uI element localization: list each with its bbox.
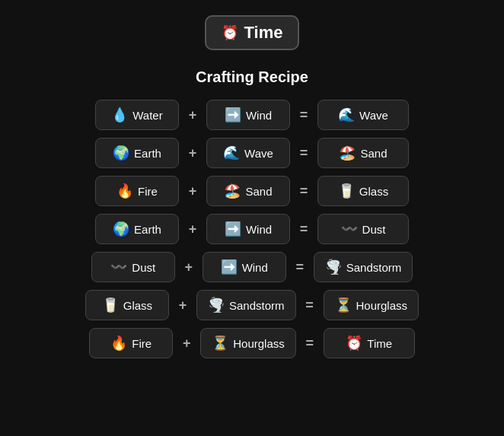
input2-label: Hourglass [233, 337, 285, 350]
input1-badge: 🔥 Fire [95, 176, 179, 206]
input2-badge: 🌪️ Sandstorm [196, 290, 296, 320]
equals-operator: = [298, 107, 310, 123]
recipe-row: 〰️ Dust + ➡️ Wind = 🌪️ Sandstorm [91, 252, 413, 282]
section-title: Crafting Recipe [196, 68, 308, 86]
input1-badge: 🥛 Glass [85, 290, 169, 320]
input2-icon: ➡️ [225, 221, 241, 237]
recipe-row: 🔥 Fire + 🏖️ Sand = 🥛 Glass [95, 176, 409, 206]
header-badge: ⏰ Time [205, 15, 300, 50]
input1-label: Water [132, 109, 162, 122]
result-icon: 🥛 [338, 183, 355, 199]
input2-icon: 🌪️ [208, 297, 225, 313]
equals-operator: = [298, 221, 310, 237]
input2-label: Wind [246, 109, 272, 122]
result-badge: ⏰ Time [324, 328, 415, 358]
input2-icon: 🌊 [223, 145, 240, 161]
input1-label: Fire [138, 185, 158, 198]
result-label: Dust [362, 223, 386, 236]
input2-icon: ➡️ [221, 259, 238, 275]
recipe-row: 🥛 Glass + 🌪️ Sandstorm = ⏳ Hourglass [85, 290, 419, 320]
input1-badge: 🌍 Earth [95, 138, 179, 168]
input2-icon: ⏳ [212, 335, 228, 352]
input1-icon: 🌍 [113, 145, 129, 161]
input2-label: Sand [245, 185, 272, 198]
result-icon: ⏳ [335, 297, 352, 313]
equals-operator: = [298, 183, 310, 199]
input2-label: Wind [242, 261, 268, 274]
input2-badge: ➡️ Wind [206, 214, 290, 244]
input1-icon: 🔥 [116, 183, 133, 199]
equals-operator: = [304, 298, 316, 313]
input1-badge: 🔥 Fire [89, 328, 173, 358]
result-badge: 🌪️ Sandstorm [314, 252, 413, 282]
input1-icon: 🔥 [110, 335, 127, 352]
recipe-row: 🌍 Earth + ➡️ Wind = 〰️ Dust [95, 214, 409, 244]
input2-badge: ➡️ Wind [203, 252, 286, 282]
equals-operator: = [304, 336, 316, 352]
input1-icon: 🌍 [113, 221, 129, 237]
input2-label: Wind [246, 223, 272, 236]
plus-operator: + [180, 336, 193, 352]
input1-label: Earth [134, 147, 161, 160]
result-badge: 〰️ Dust [317, 214, 409, 244]
header-label: Time [244, 23, 283, 43]
result-badge: 🥛 Glass [317, 176, 409, 206]
result-icon: 🏖️ [339, 145, 356, 161]
plus-operator: + [187, 183, 199, 199]
result-label: Wave [359, 109, 388, 122]
input1-label: Dust [132, 261, 155, 274]
input2-badge: ➡️ Wind [206, 100, 290, 130]
result-icon: 🌪️ [325, 259, 342, 275]
input1-label: Fire [132, 337, 152, 350]
input1-badge: 💧 Water [95, 100, 179, 130]
result-badge: ⏳ Hourglass [324, 290, 419, 320]
input1-badge: 🌍 Earth [95, 214, 179, 244]
result-label: Sand [360, 147, 387, 160]
recipes-container: 💧 Water + ➡️ Wind = 🌊 Wave 🌍 Earth + 🌊 W… [85, 100, 419, 358]
input2-icon: 🏖️ [224, 183, 241, 199]
input2-label: Wave [244, 147, 273, 160]
input2-badge: ⏳ Hourglass [200, 328, 296, 358]
result-label: Time [367, 337, 392, 350]
result-icon: 〰️ [341, 221, 358, 237]
recipe-row: 🌍 Earth + 🌊 Wave = 🏖️ Sand [95, 138, 409, 168]
input1-label: Earth [134, 223, 161, 236]
input1-badge: 〰️ Dust [91, 252, 175, 282]
input1-label: Glass [123, 299, 152, 312]
recipe-row: 🔥 Fire + ⏳ Hourglass = ⏰ Time [89, 328, 415, 358]
result-label: Glass [359, 185, 388, 198]
result-badge: 🌊 Wave [317, 100, 409, 130]
input1-icon: 〰️ [110, 259, 127, 275]
equals-operator: = [298, 145, 310, 161]
result-label: Hourglass [356, 299, 408, 312]
result-badge: 🏖️ Sand [317, 138, 409, 168]
result-label: Sandstorm [346, 261, 402, 274]
input2-icon: ➡️ [225, 107, 241, 123]
result-icon: ⏰ [346, 335, 362, 352]
equals-operator: = [294, 259, 306, 275]
plus-operator: + [183, 259, 195, 275]
header-icon: ⏰ [222, 24, 238, 41]
plus-operator: + [187, 107, 199, 123]
plus-operator: + [177, 298, 189, 313]
input1-icon: 💧 [111, 107, 128, 123]
recipe-row: 💧 Water + ➡️ Wind = 🌊 Wave [95, 100, 409, 130]
result-icon: 🌊 [338, 107, 355, 123]
input2-badge: 🌊 Wave [206, 138, 290, 168]
input2-label: Sandstorm [229, 299, 285, 312]
input1-icon: 🥛 [102, 297, 119, 313]
plus-operator: + [187, 145, 199, 161]
input2-badge: 🏖️ Sand [206, 176, 290, 206]
plus-operator: + [187, 221, 199, 237]
